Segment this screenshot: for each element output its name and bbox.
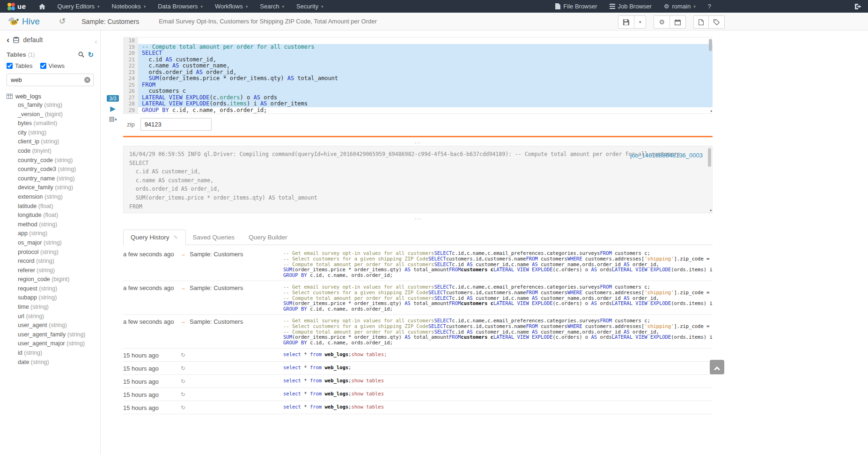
sign-out-button[interactable] <box>848 0 868 13</box>
settings-button[interactable]: ⚙ <box>654 16 670 28</box>
history-query-text[interactable]: -- Get email survey opt-in values for al… <box>283 251 713 278</box>
file-browser-link[interactable]: File Browser <box>549 0 603 13</box>
code-line[interactable]: 28LATERAL VIEW EXPLODE(ords.items) i AS … <box>123 101 713 107</box>
history-query-text[interactable]: select * from web_logs; <box>283 365 713 371</box>
scrollbar-thumb[interactable] <box>709 39 712 51</box>
column-item[interactable]: request (string) <box>7 284 94 294</box>
table-item-web-logs[interactable]: web_logs <box>7 93 94 100</box>
history-query-text[interactable]: select * from web_logs;show tables; <box>283 352 713 357</box>
code-line[interactable]: 26 customers c <box>123 88 713 95</box>
history-row[interactable]: 15 hours ago↻select * from web_logs;show… <box>123 349 713 362</box>
help-button[interactable]: ? <box>702 0 717 13</box>
history-row[interactable]: 15 hours ago↻select * from web_logs;show… <box>123 401 713 414</box>
save-button[interactable] <box>618 16 634 28</box>
schedule-button[interactable] <box>670 16 685 28</box>
code-line[interactable]: 19-- Compute total amount per order for … <box>123 44 713 51</box>
history-row[interactable]: 15 hours ago↻select * from web_logs;show… <box>123 375 713 388</box>
editor-options-dropdown[interactable]: ▤▾ <box>109 115 117 122</box>
column-item[interactable]: extension (string) <box>7 193 94 202</box>
code-line[interactable]: 20SELECT <box>123 50 713 57</box>
column-item[interactable]: country_code3 (string) <box>7 165 94 174</box>
refresh-icon[interactable]: ↻ <box>88 51 94 58</box>
scroll-down-icon[interactable]: ▾ <box>710 208 712 213</box>
column-item[interactable]: client_ip (string) <box>7 137 94 147</box>
history-query-text[interactable]: -- Get email survey opt-in values for al… <box>283 318 713 346</box>
column-item[interactable]: region_code (bigint) <box>7 275 94 284</box>
column-item[interactable]: device_family (string) <box>7 183 94 193</box>
column-item[interactable]: user_agent_family (string) <box>7 330 94 340</box>
column-item[interactable]: _version_ (bigint) <box>7 110 94 119</box>
code-line[interactable]: 22 c.name AS customer_name, <box>123 63 713 69</box>
views-checkbox[interactable] <box>40 63 46 69</box>
history-query-text[interactable]: -- Get email survey opt-in values for al… <box>283 284 713 312</box>
scroll-to-top-button[interactable] <box>710 360 724 374</box>
column-item[interactable]: referer (string) <box>7 266 94 275</box>
history-query-text[interactable]: select * from web_logs;show tables <box>283 404 713 410</box>
column-item[interactable]: time (string) <box>7 303 94 312</box>
search-icon[interactable] <box>78 52 84 58</box>
nav-menu-notebooks[interactable]: Notebooks▾ <box>106 0 152 13</box>
scroll-down-icon[interactable]: ▾ <box>710 109 713 113</box>
column-item[interactable]: id (string) <box>7 349 94 358</box>
code-line[interactable]: 27LATERAL VIEW EXPLODE(c.orders) o AS or… <box>123 95 713 101</box>
new-document-button[interactable] <box>694 16 709 28</box>
job-browser-link[interactable]: Job Browser <box>603 0 658 13</box>
history-row[interactable]: a few seconds ago→Sample: Customers-- Ge… <box>123 245 713 281</box>
code-line[interactable]: 25FROM <box>123 82 713 89</box>
code-line[interactable]: 18 <box>123 37 713 44</box>
column-item[interactable]: city (string) <box>7 128 94 138</box>
query-title[interactable]: Sample: Customers <box>81 18 139 25</box>
tables-checkbox[interactable] <box>7 63 13 69</box>
column-item[interactable]: os_major (string) <box>7 238 94 248</box>
code-line[interactable]: 23 ords.order_id AS order_id, <box>123 69 713 76</box>
clear-search-icon[interactable]: × <box>84 77 90 83</box>
history-query-text[interactable]: select * from web_logs;show tables <box>283 391 713 397</box>
log-scrollbar[interactable] <box>707 147 711 210</box>
scrollbar-thumb[interactable] <box>708 148 711 167</box>
database-name[interactable]: default <box>23 36 43 44</box>
tab-query-builder[interactable]: Query Builder <box>242 230 294 245</box>
column-item[interactable]: bytes (smallint) <box>7 119 94 128</box>
hive-app-link[interactable]: Hive <box>7 16 59 27</box>
sql-editor[interactable]: 1819-- Compute total amount per order fo… <box>123 37 713 114</box>
variable-zip-input[interactable] <box>140 118 212 131</box>
resize-handle[interactable]: … <box>123 215 713 221</box>
user-menu[interactable]: ⚙ romain ▾ <box>658 0 702 13</box>
nav-menu-search[interactable]: Search▾ <box>254 0 290 13</box>
tab-saved-queries[interactable]: Saved Queries <box>186 230 242 245</box>
table-search-input[interactable] <box>7 74 94 86</box>
home-button[interactable] <box>33 0 51 13</box>
history-row[interactable]: a few seconds ago→Sample: Customers-- Ge… <box>123 315 713 349</box>
column-item[interactable]: country_code (string) <box>7 156 94 165</box>
tags-button[interactable] <box>709 16 724 28</box>
code-line[interactable]: 29GROUP BY c.id, c.name, ords.order_id; <box>123 107 713 114</box>
column-item[interactable]: user_agent (string) <box>7 321 94 330</box>
save-dropdown-button[interactable]: ▾ <box>634 16 646 28</box>
history-row[interactable]: 15 hours ago↻select * from web_logs; <box>123 362 713 375</box>
column-item[interactable]: country_name (string) <box>7 174 94 184</box>
history-query-text[interactable]: select * from web_logs;show tables <box>283 378 713 384</box>
column-item[interactable]: user_agent_major (string) <box>7 339 94 349</box>
column-item[interactable]: os_family (string) <box>7 101 94 110</box>
column-item[interactable]: subapp (string) <box>7 293 94 303</box>
tab-query-history[interactable]: Query History ✎ <box>123 230 186 245</box>
nav-menu-security[interactable]: Security▾ <box>290 0 330 13</box>
column-item[interactable]: protocol (string) <box>7 248 94 257</box>
column-item[interactable]: code (tinyint) <box>7 147 94 156</box>
history-row[interactable]: 15 hours ago↻select * from web_logs;show… <box>123 388 713 401</box>
collapse-sidebar-icon[interactable]: ‹ <box>95 37 97 46</box>
nav-menu-data-browsers[interactable]: Data Browsers▾ <box>152 0 209 13</box>
column-item[interactable]: app (string) <box>7 229 94 238</box>
column-item[interactable]: url (string) <box>7 312 94 321</box>
nav-menu-workflows[interactable]: Workflows▾ <box>209 0 254 13</box>
column-item[interactable]: latitude (float) <box>7 202 94 211</box>
column-item[interactable]: method (string) <box>7 220 94 230</box>
editor-scrollbar[interactable] <box>708 38 712 111</box>
hue-logo[interactable]: ue <box>0 0 33 13</box>
nav-menu-query-editors[interactable]: Query Editors▾ <box>51 0 106 13</box>
query-history-toggle-icon[interactable]: ↺ <box>59 17 66 25</box>
column-item[interactable]: date (string) <box>7 358 94 367</box>
resize-handle[interactable]: … <box>123 139 713 145</box>
column-item[interactable]: longitude (float) <box>7 211 94 220</box>
column-item[interactable]: record (string) <box>7 257 94 266</box>
